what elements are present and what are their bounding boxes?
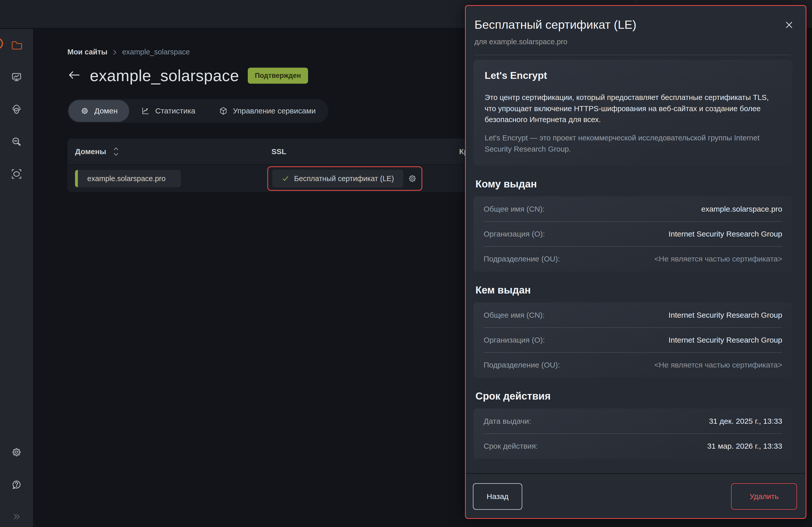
close-icon[interactable]	[784, 19, 795, 30]
tab-label: Статистика	[155, 106, 195, 115]
row-label: Общее имя (CN):	[483, 311, 545, 320]
modal-header: Бесплатный сертификат (LE) для example.s…	[466, 6, 806, 55]
monitor-chart-icon[interactable]	[11, 71, 23, 83]
chart-icon	[141, 106, 150, 116]
check-icon	[281, 175, 290, 182]
modal-content: Let's Encrypt Это центр сертификации, ко…	[466, 55, 806, 473]
about-card: Let's Encrypt Это центр сертификации, ко…	[474, 60, 793, 165]
gear-icon	[80, 106, 89, 116]
detail-row: Подразделение (OU): <Не является частью …	[483, 352, 782, 377]
delete-button[interactable]: Удалить	[731, 483, 797, 510]
ssl-focus-ring: Бесплатный сертификат (LE)	[267, 166, 422, 191]
row-label: Подразделение (OU):	[483, 254, 560, 263]
tab-domain[interactable]: Домен	[69, 100, 129, 122]
row-label: Общее имя (CN):	[483, 205, 545, 214]
row-value: 31 мар. 2026 г., 13:33	[707, 442, 782, 451]
expand-sidebar-icon[interactable]	[11, 511, 22, 522]
issued-to-heading: Кому выдан	[476, 178, 793, 190]
domain-name: example.solarspace.pro	[87, 175, 165, 183]
modal-title: Бесплатный сертификат (LE)	[475, 17, 793, 31]
sidebar	[0, 29, 33, 527]
tab-bar: Домен Статистика Управление сервисами	[68, 99, 329, 123]
sort-icon[interactable]	[113, 146, 119, 157]
detail-row: Подразделение (OU): <Не является частью …	[483, 246, 782, 271]
detail-row: Организация (O): Internet Security Resea…	[483, 221, 782, 246]
row-value: example.solarspace.pro	[701, 205, 782, 214]
modal-footer: Назад Удалить	[466, 473, 806, 518]
breadcrumb-my-sites[interactable]: Мои сайты	[68, 48, 107, 56]
about-text-primary: Это центр сертификации, который предоста…	[484, 92, 777, 125]
tab-statistics[interactable]: Статистика	[129, 100, 207, 122]
column-domains: Домены	[75, 147, 106, 156]
certificate-modal: Бесплатный сертификат (LE) для example.s…	[465, 5, 807, 519]
row-value: 31 дек. 2025 г., 13:33	[709, 417, 782, 425]
chevron-right-icon	[112, 49, 118, 56]
scan-icon[interactable]	[11, 168, 23, 180]
row-value: <Не является частью сертификата>	[654, 254, 782, 263]
column-ssl: SSL	[272, 147, 459, 156]
tab-label: Домен	[95, 106, 117, 115]
ssl-certificate-label: Бесплатный сертификат (LE)	[294, 175, 394, 183]
detail-row: Срок действия: 31 мар. 2026 г., 13:33	[483, 434, 782, 458]
help-icon[interactable]	[11, 479, 23, 491]
tab-service-management[interactable]: Управление сервисами	[207, 100, 328, 122]
ssl-certificate-chip[interactable]: Бесплатный сертификат (LE)	[272, 170, 403, 188]
domain-chip[interactable]: example.solarspace.pro	[75, 170, 181, 187]
detail-row: Дата выдачи: 31 дек. 2025 г., 13:33	[483, 409, 782, 434]
row-value: <Не является частью сертификата>	[654, 361, 782, 369]
validity-heading: Срок действия	[476, 391, 793, 402]
settings-gear-icon[interactable]	[11, 446, 23, 458]
breadcrumb-current-site: example_solarspace	[122, 48, 190, 56]
row-value: Internet Security Research Group	[668, 336, 782, 345]
detail-row: Организация (O): Internet Security Resea…	[483, 327, 782, 352]
row-label: Организация (O):	[483, 336, 545, 345]
back-button[interactable]: Назад	[473, 483, 522, 510]
folder-icon[interactable]	[11, 39, 23, 51]
modal-subtitle: для example.solarspace.pro	[475, 38, 793, 46]
page-title: example_solarspace	[90, 67, 239, 85]
cloud-shield-icon[interactable]	[11, 103, 23, 116]
issued-by-heading: Кем выдан	[476, 284, 793, 296]
detail-row: Общее имя (CN): Internet Security Resear…	[483, 303, 782, 327]
about-text-secondary: Let's Encrypt — это проект некоммерческо…	[484, 132, 777, 155]
cube-icon	[219, 106, 228, 116]
row-label: Срок действия:	[483, 442, 538, 451]
about-heading: Let's Encrypt	[484, 70, 781, 81]
status-badge: Подтвержден	[248, 68, 308, 84]
modal-header-divider	[475, 55, 791, 55]
issued-to-card: Общее имя (CN): example.solarspace.pro О…	[474, 196, 793, 272]
issued-by-card: Общее имя (CN): Internet Security Resear…	[474, 303, 793, 378]
partial-logo-ring	[0, 38, 3, 49]
back-arrow-icon[interactable]	[68, 69, 81, 83]
app-root: Мои сайты example_solarspace example_sol…	[0, 0, 812, 527]
row-label: Организация (O):	[483, 230, 545, 238]
detail-row: Общее имя (CN): example.solarspace.pro	[483, 197, 782, 221]
row-value: Internet Security Research Group	[668, 230, 782, 238]
row-label: Дата выдачи:	[483, 417, 531, 425]
row-label: Подразделение (OU):	[483, 361, 560, 369]
tab-label: Управление сервисами	[233, 106, 316, 115]
ssl-settings-gear-icon[interactable]	[407, 174, 418, 184]
search-pulse-icon[interactable]	[11, 135, 23, 148]
row-value: Internet Security Research Group	[668, 311, 782, 320]
validity-card: Дата выдачи: 31 дек. 2025 г., 13:33 Срок…	[474, 409, 793, 459]
